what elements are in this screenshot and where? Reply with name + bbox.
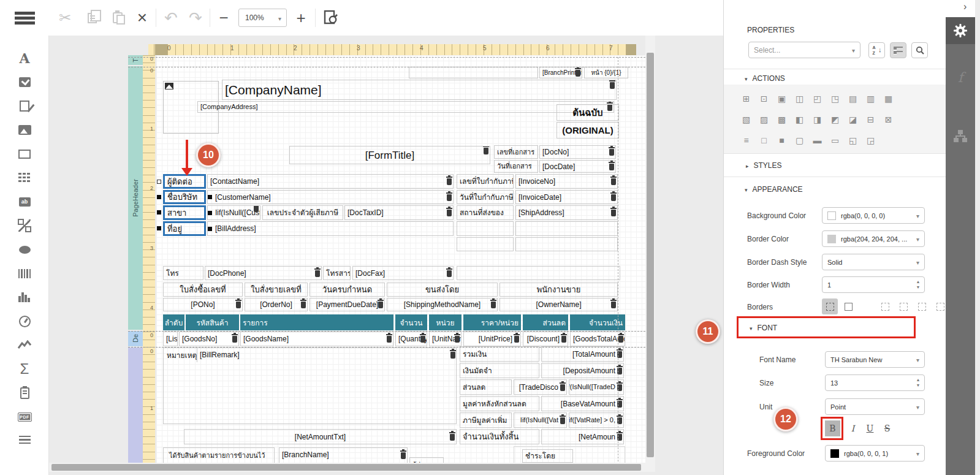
- align-centers-icon[interactable]: ▥: [862, 88, 879, 109]
- delete-cell-icon[interactable]: [301, 302, 306, 308]
- borders-bottom-button[interactable]: [895, 298, 911, 314]
- page-number-cell[interactable]: หน้า {0}/{1}: [584, 67, 628, 78]
- summary-tool[interactable]: Σ: [0, 359, 49, 379]
- detail-unit-cell[interactable]: [UnitNam: [429, 332, 462, 346]
- bill-address-cell[interactable]: [BillAddress]: [207, 221, 454, 236]
- spinner[interactable]: ▲▼: [915, 279, 921, 290]
- delete-cell-icon[interactable]: [401, 452, 406, 459]
- tab-field-list[interactable]: [946, 92, 975, 119]
- delete-cell-icon[interactable]: [491, 302, 496, 308]
- equal-horizontal-spacing-icon[interactable]: □: [755, 130, 773, 151]
- net-amount-cell[interactable]: [NetAmoun: [541, 429, 624, 444]
- band-separator[interactable]: [128, 347, 645, 348]
- properties-select[interactable]: Select...: [748, 42, 860, 58]
- contact-label-cell-selected[interactable]: ผู้ติดต่อ: [163, 174, 206, 189]
- ship-by-header-cell[interactable]: ขนส่งโดย: [387, 283, 498, 297]
- foreground-color-editor[interactable]: rgba(0, 0, 0, 1): [825, 445, 925, 462]
- delete-cell-icon[interactable]: [378, 302, 383, 308]
- th-seq[interactable]: ลำดับ: [163, 314, 184, 330]
- sparkline-tool[interactable]: [0, 335, 49, 355]
- delete-cell-icon[interactable]: [611, 302, 616, 308]
- fax-cell[interactable]: [DocFax]: [352, 266, 454, 280]
- font-name-editor[interactable]: TH Sarabun New: [825, 351, 925, 368]
- empty-cell[interactable]: [409, 67, 538, 78]
- equal-vertical-spacing-icon[interactable]: ▬: [808, 130, 826, 151]
- borders-left-button[interactable]: [877, 298, 893, 314]
- customer-label-cell-selected[interactable]: ชื่อบริษัท: [163, 190, 206, 204]
- tab-report-explorer[interactable]: [946, 123, 975, 150]
- picture-tool[interactable]: [0, 120, 49, 140]
- delete-cell-icon[interactable]: [420, 336, 425, 343]
- zoom-in-icon[interactable]: +: [291, 7, 311, 28]
- deposit-cell[interactable]: [DepositAmount: [541, 363, 624, 378]
- same-height-icon[interactable]: ⊟: [862, 109, 879, 130]
- delete-cell-icon[interactable]: [560, 384, 565, 391]
- delete-cell-icon[interactable]: [611, 194, 616, 201]
- fit-to-container-icon[interactable]: ⊡: [755, 88, 773, 109]
- center-both-icon[interactable]: ≡: [737, 130, 755, 151]
- ship-by-cell[interactable]: [ShippingMethodName]: [387, 298, 498, 311]
- strikeout-button[interactable]: S: [879, 420, 895, 436]
- doc-date-label-cell[interactable]: วันที่เอกสาร: [494, 160, 538, 173]
- delete-cell-icon[interactable]: [236, 302, 241, 308]
- delete-cell-icon[interactable]: [610, 82, 615, 89]
- border-dash-editor[interactable]: Solid: [822, 254, 925, 270]
- th-description[interactable]: รายการ: [240, 314, 393, 330]
- richtext-tool[interactable]: [0, 96, 49, 116]
- band-report-footer[interactable]: [128, 348, 143, 463]
- th-amount[interactable]: จำนวนเงิน: [570, 314, 625, 330]
- delete-cell-icon[interactable]: [254, 205, 259, 212]
- original-en-cell[interactable]: (ORIGINAL): [556, 122, 619, 139]
- base-vat-label-cell[interactable]: มูลค่าหลังหักส่วนลด: [460, 396, 539, 411]
- underline-button[interactable]: U: [862, 420, 878, 436]
- border-color-editor[interactable]: rgba(204, 204, 204, ...: [822, 230, 925, 247]
- center-horizontally-icon[interactable]: ▣: [773, 88, 791, 109]
- delete-cell-icon[interactable]: [455, 336, 460, 343]
- band-separator[interactable]: [128, 331, 645, 332]
- report-page[interactable]: [BranchPrintInf หน้า {0}/{1} [CompanyNam…: [156, 55, 645, 463]
- center-vertically-icon[interactable]: ◫: [791, 88, 808, 109]
- increase-horizontal-spacing-icon[interactable]: ■: [773, 130, 791, 151]
- delete-icon[interactable]: ×: [131, 7, 153, 28]
- th-qty[interactable]: จำนวน: [395, 314, 427, 330]
- delete-cell-icon[interactable]: [611, 210, 616, 216]
- discount-expr-cell[interactable]: Iif(IsNull([TradeD: [569, 379, 624, 395]
- zoom-out-icon[interactable]: −: [213, 7, 234, 28]
- selection-handle[interactable]: [157, 210, 161, 215]
- detail-goods-no-cell[interactable]: [GoodsNo]: [179, 332, 239, 346]
- detail-seq-cell[interactable]: [List: [163, 332, 178, 346]
- th-discount[interactable]: ส่วนลด: [523, 314, 568, 330]
- delete-cell-icon[interactable]: [232, 336, 237, 343]
- borders-right-button[interactable]: [914, 298, 930, 314]
- borders-box-button[interactable]: [840, 298, 856, 314]
- detail-qty-cell[interactable]: [Quantity: [395, 332, 427, 346]
- discount-value-cell[interactable]: [TradeDisco: [514, 379, 567, 395]
- search-button[interactable]: [911, 42, 928, 58]
- borders-all-button[interactable]: [822, 298, 838, 314]
- table-tool[interactable]: [0, 167, 49, 188]
- delete-cell-icon[interactable]: [609, 164, 614, 170]
- phone-cell[interactable]: [DocPhone]: [205, 266, 322, 280]
- align-rights-icon[interactable]: ▦: [879, 88, 897, 109]
- sales-header-cell[interactable]: พนักงานขาย: [499, 283, 618, 297]
- delete-cell-icon[interactable]: [611, 178, 616, 185]
- redo-icon[interactable]: ↷: [184, 7, 207, 28]
- border-width-editor[interactable]: 1 ▲▼: [822, 276, 925, 293]
- paid-by-box[interactable]: [514, 446, 625, 463]
- base-vat-cell[interactable]: [BaseVatAmount: [541, 396, 624, 411]
- detail-amount-cell[interactable]: [GoodsTotalAmou: [570, 332, 625, 346]
- branch-label-cell-selected[interactable]: สาขา: [163, 205, 206, 220]
- due-date-header-cell[interactable]: วันครบกำหนด: [310, 283, 385, 297]
- po-no-cell[interactable]: [PONo]: [163, 298, 243, 311]
- deposit-label-cell[interactable]: เงินมัดจำ: [460, 363, 539, 378]
- align-to-grid-icon[interactable]: ◩: [826, 109, 844, 130]
- order-no-header-cell[interactable]: ใบสั่งขายเลขที่: [245, 283, 308, 297]
- delete-cell-icon[interactable]: [609, 149, 614, 156]
- sort-az-button[interactable]: AZ↓: [868, 42, 885, 58]
- barcode-tool[interactable]: [0, 263, 49, 284]
- delete-cell-icon[interactable]: [484, 148, 488, 154]
- panel-tool[interactable]: [0, 143, 49, 164]
- line-tool[interactable]: [0, 215, 49, 236]
- detail-goods-name-cell[interactable]: [GoodsName]: [240, 332, 393, 346]
- empty-cell[interactable]: [515, 237, 618, 251]
